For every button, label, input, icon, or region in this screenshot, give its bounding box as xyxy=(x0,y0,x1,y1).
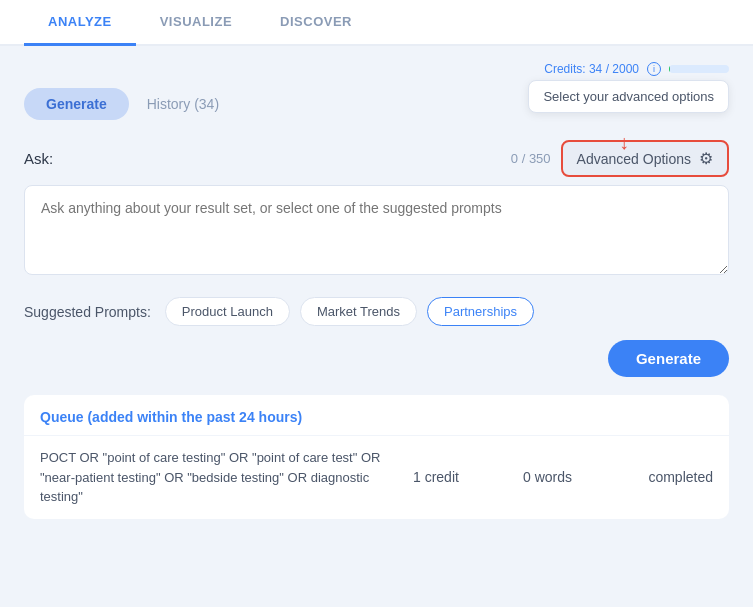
queue-section: Queue (added within the past 24 hours) P… xyxy=(24,395,729,519)
credits-label: Credits: 34 / 2000 xyxy=(544,62,639,76)
ask-textarea[interactable] xyxy=(24,185,729,275)
queue-meta: 1 credit 0 words completed xyxy=(413,469,713,485)
ask-label: Ask: xyxy=(24,150,53,167)
prompt-chip-partnerships[interactable]: Partnerships xyxy=(427,297,534,326)
queue-words: 0 words xyxy=(523,469,593,485)
credits-progress-bar xyxy=(669,65,729,73)
queue-credit: 1 credit xyxy=(413,469,483,485)
queue-header: Queue (added within the past 24 hours) xyxy=(24,395,729,435)
main-generate-button[interactable]: Generate xyxy=(608,340,729,377)
prompt-chip-product-launch[interactable]: Product Launch xyxy=(165,297,290,326)
gear-icon: ⚙ xyxy=(699,149,713,168)
queue-status: completed xyxy=(633,469,713,485)
tab-discover[interactable]: DISCOVER xyxy=(256,0,376,46)
generate-button[interactable]: Generate xyxy=(24,88,129,120)
credits-info-icon[interactable]: i xyxy=(647,62,661,76)
char-count: 0 / 350 xyxy=(511,151,551,166)
prompts-label: Suggested Prompts: xyxy=(24,304,151,320)
generate-row: Generate xyxy=(24,340,729,377)
history-button[interactable]: History (34) xyxy=(129,88,237,120)
credits-progress-fill xyxy=(669,65,670,73)
suggested-prompts-row: Suggested Prompts: Product Launch Market… xyxy=(24,297,729,326)
prompt-chip-market-trends[interactable]: Market Trends xyxy=(300,297,417,326)
table-row: POCT OR "point of care testing" OR "poin… xyxy=(24,435,729,519)
credits-bar: Credits: 34 / 2000 i xyxy=(24,62,729,76)
advanced-options-label: Advanced Options xyxy=(577,151,691,167)
tab-analyze[interactable]: ANALYZE xyxy=(24,0,136,46)
top-nav: ANALYZE VISUALIZE DISCOVER xyxy=(0,0,753,46)
advanced-options-tooltip: Select your advanced options xyxy=(528,80,729,113)
main-content: Credits: 34 / 2000 i Generate History (3… xyxy=(0,46,753,606)
tooltip-arrow: ↓ xyxy=(619,132,629,152)
advanced-options-button[interactable]: Advanced Options ⚙ xyxy=(561,140,729,177)
queue-query-text: POCT OR "point of care testing" OR "poin… xyxy=(40,448,413,507)
tab-visualize[interactable]: VISUALIZE xyxy=(136,0,256,46)
